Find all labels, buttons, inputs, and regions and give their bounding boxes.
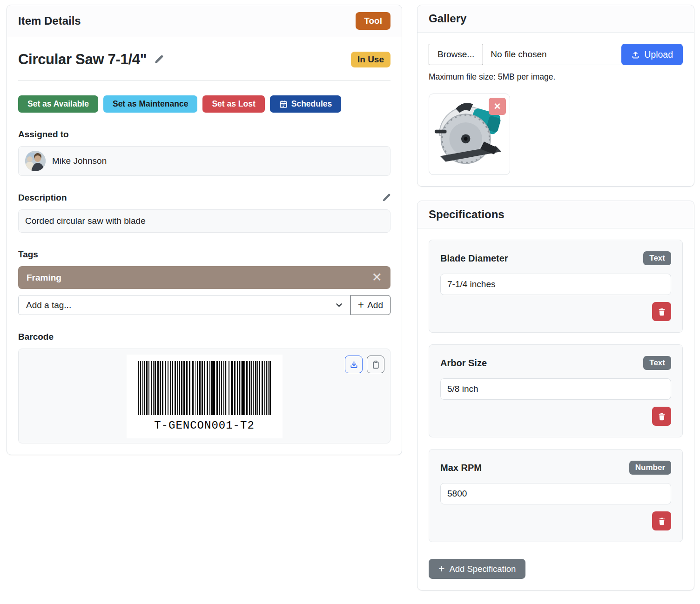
schedules-label: Schedules: [291, 99, 332, 109]
remove-image-button[interactable]: ✕: [489, 98, 506, 115]
add-tag-button[interactable]: + Add: [350, 295, 390, 315]
gallery-card: Gallery Browse... No file chosen: [417, 5, 694, 187]
spec-value-input[interactable]: 5800: [440, 483, 671, 504]
remove-tag-icon[interactable]: ✕: [371, 271, 382, 284]
plus-icon: +: [358, 300, 364, 310]
spec-name: Max RPM: [440, 463, 482, 473]
tag-label: Framing: [27, 273, 61, 283]
assigned-to-box: Mike Johnson: [18, 146, 390, 176]
main-row: Item Details Tool Circular Saw 7-1/4" In…: [7, 5, 694, 591]
spec-name: Arbor Size: [440, 358, 487, 369]
copy-barcode-button[interactable]: [367, 356, 384, 373]
item-details-title: Item Details: [18, 14, 81, 27]
trash-icon: [658, 308, 666, 316]
download-barcode-button[interactable]: [345, 356, 363, 373]
upload-button-label: Upload: [644, 49, 673, 60]
spec-head: Max RPM Number: [440, 461, 671, 475]
file-status-text: No file chosen: [483, 44, 621, 65]
item-type-badge: Tool: [356, 12, 390, 30]
edit-name-icon[interactable]: [153, 54, 163, 65]
assigned-user-name: Mike Johnson: [52, 156, 107, 166]
add-specification-button[interactable]: + Add Specification: [429, 559, 525, 579]
set-lost-button[interactable]: Set as Lost: [202, 95, 264, 113]
spec-del-row: [440, 511, 671, 530]
set-maintenance-button[interactable]: Set as Maintenance: [103, 95, 197, 113]
gallery-title: Gallery: [429, 12, 466, 25]
spec-card-arbor-size: Arbor Size Text 5/8 inch: [429, 344, 683, 437]
assigned-to-label: Assigned to: [18, 129, 390, 140]
tag-input-group: Add a tag... + Add: [18, 295, 390, 315]
spec-head: Arbor Size Text: [440, 356, 671, 370]
delete-spec-button[interactable]: [652, 302, 671, 321]
barcode-value: T-GENCON001-T2: [154, 419, 255, 432]
item-details-body: Circular Saw 7-1/4" In Use Set as Availa…: [7, 37, 402, 455]
chevron-down-icon: [335, 301, 343, 309]
specifications-title: Specifications: [429, 208, 505, 221]
right-column: Gallery Browse... No file chosen: [417, 5, 694, 591]
status-actions-row: Set as Available Set as Maintenance Set …: [18, 95, 390, 113]
gallery-header: Gallery: [417, 5, 694, 33]
browse-button[interactable]: Browse...: [429, 44, 483, 65]
item-details-header: Item Details Tool: [7, 5, 402, 37]
barcode-card: T-GENCON001-T2: [18, 349, 390, 443]
upload-button[interactable]: Upload: [621, 44, 683, 65]
delete-spec-button[interactable]: [652, 407, 671, 426]
spec-del-row: [440, 407, 671, 426]
spec-value-input[interactable]: 5/8 inch: [440, 378, 671, 400]
add-tag-select[interactable]: Add a tag...: [18, 295, 351, 315]
trash-icon: [658, 517, 666, 525]
tags-label: Tags: [18, 249, 390, 260]
spec-value-input[interactable]: 7-1/4 inches: [440, 274, 671, 295]
divider: [18, 81, 390, 81]
specifications-body: Blade Diameter Text 7-1/4 inches: [417, 228, 694, 590]
spec-card-max-rpm: Max RPM Number 5800: [429, 449, 683, 542]
spec-card-blade-diameter: Blade Diameter Text 7-1/4 inches: [429, 240, 683, 333]
barcode-actions: [345, 356, 384, 373]
plus-icon: +: [438, 564, 444, 574]
tag-pill-framing: Framing ✕: [18, 266, 390, 289]
set-available-button[interactable]: Set as Available: [18, 95, 98, 113]
specifications-card: Specifications Blade Diameter Text 7-1/4…: [417, 201, 694, 591]
page: Item Details Tool Circular Saw 7-1/4" In…: [0, 0, 700, 604]
download-icon: [350, 360, 358, 369]
item-name: Circular Saw 7-1/4": [18, 51, 147, 68]
add-tag-placeholder: Add a tag...: [26, 300, 71, 310]
edit-description-icon[interactable]: [381, 193, 390, 202]
spec-type-badge: Text: [643, 356, 671, 370]
gallery-thumbnail-card: ✕: [429, 94, 510, 175]
clipboard-icon: [371, 360, 380, 369]
barcode-bars: [138, 361, 270, 415]
add-specification-label: Add Specification: [449, 564, 516, 574]
trash-icon: [658, 412, 666, 421]
spec-type-badge: Number: [629, 461, 671, 475]
spec-del-row: [440, 302, 671, 321]
file-input-group: Browse... No file chosen: [429, 44, 683, 65]
item-details-card: Item Details Tool Circular Saw 7-1/4" In…: [7, 5, 402, 455]
calendar-icon: [279, 100, 288, 108]
description-label-row: Description: [18, 193, 390, 203]
spec-type-badge: Text: [643, 251, 671, 265]
spec-name: Blade Diameter: [440, 253, 508, 264]
spec-head: Blade Diameter Text: [440, 251, 671, 265]
barcode-label: Barcode: [18, 332, 390, 342]
file-size-hint: Maximum file size: 5MB per image.: [429, 72, 683, 82]
item-status-badge: In Use: [351, 52, 390, 67]
schedules-button[interactable]: Schedules: [270, 95, 342, 113]
add-tag-button-label: Add: [367, 300, 383, 310]
upload-icon: [631, 50, 640, 59]
delete-spec-button[interactable]: [652, 511, 671, 530]
avatar: [25, 151, 46, 171]
description-value: Corded circular saw with blade: [18, 209, 390, 233]
description-label: Description: [18, 193, 67, 203]
item-title-row: Circular Saw 7-1/4" In Use: [18, 51, 390, 68]
gallery-body: Browse... No file chosen: [417, 33, 694, 186]
specifications-header: Specifications: [417, 201, 694, 228]
barcode-image: T-GENCON001-T2: [127, 355, 283, 438]
